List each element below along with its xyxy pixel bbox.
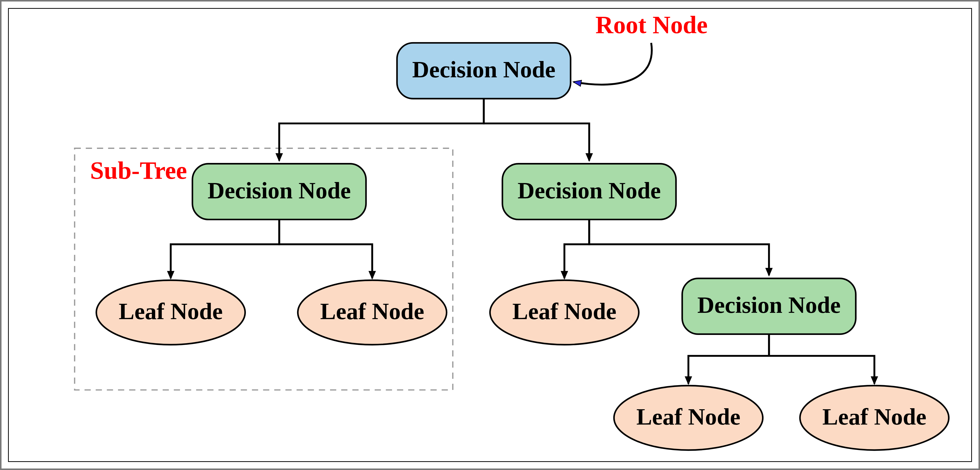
decision-tree-diagram: Sub-Tree Root Node Decision Node Decisio… (9, 9, 971, 461)
outer-frame: Sub-Tree Root Node Decision Node Decisio… (0, 0, 980, 470)
edge-right-to-rl (564, 219, 589, 278)
edge-rr-to-rrr (769, 334, 875, 384)
leaf-label-rl: Leaf Node (512, 298, 616, 324)
subtree-label: Sub-Tree (90, 157, 187, 184)
edge-left-to-lr (279, 219, 372, 278)
leaf-label-rrr: Leaf Node (822, 403, 926, 430)
root-annotation-label: Root Node (595, 11, 708, 38)
leaf-label-rrl: Leaf Node (636, 403, 740, 430)
edge-left-to-ll (171, 219, 279, 278)
left-decision-label: Decision Node (207, 177, 351, 203)
edge-root-right (484, 98, 589, 161)
root-decision-label: Decision Node (412, 56, 555, 83)
leaf-label-lr: Leaf Node (320, 298, 424, 324)
edge-right-to-rr (589, 219, 769, 275)
edge-rr-to-rrl (689, 334, 769, 384)
leaf-label-ll: Leaf Node (119, 298, 223, 324)
right-decision-label: Decision Node (518, 177, 661, 203)
root-annotation-arrow (574, 43, 652, 85)
right-right-decision-label: Decision Node (697, 292, 841, 318)
inner-frame: Sub-Tree Root Node Decision Node Decisio… (8, 8, 972, 462)
